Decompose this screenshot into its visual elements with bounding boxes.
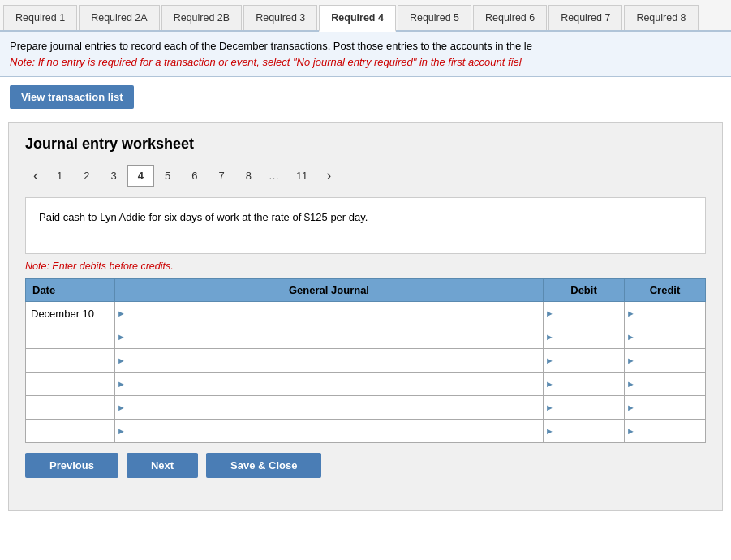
save-close-button[interactable]: Save & Close — [206, 453, 321, 478]
date-cell-1: December 10 — [26, 302, 115, 325]
transaction-description: Paid cash to Lyn Addie for six days of w… — [25, 197, 706, 254]
journal-cell-1[interactable]: ► — [115, 302, 544, 325]
instruction-text: Prepare journal entries to record each o… — [10, 40, 532, 52]
tab-required-1[interactable]: Required 1 — [3, 5, 77, 30]
tab-required-3[interactable]: Required 3 — [243, 5, 317, 30]
journal-table: Date General Journal Debit Credit Decemb… — [25, 278, 706, 443]
page-next-button[interactable]: › — [318, 164, 339, 187]
journal-input-1[interactable] — [115, 302, 543, 325]
debit-cell-4[interactable]: ► — [544, 373, 625, 396]
credit-input-6[interactable] — [625, 420, 705, 442]
page-5[interactable]: 5 — [154, 165, 181, 187]
debit-input-5[interactable] — [544, 396, 624, 419]
debit-input-3[interactable] — [544, 349, 624, 372]
debit-cell-2[interactable]: ► — [544, 325, 625, 349]
credit-cell-3[interactable]: ► — [625, 349, 706, 373]
table-row: ► ► ► — [26, 349, 706, 373]
view-transaction-button[interactable]: View transaction list — [10, 85, 134, 109]
date-cell-5 — [26, 396, 115, 420]
page-1[interactable]: 1 — [46, 165, 73, 187]
credit-input-5[interactable] — [625, 396, 705, 419]
next-button[interactable]: Next — [127, 453, 198, 478]
journal-cell-5[interactable]: ► — [115, 396, 544, 420]
journal-input-2[interactable] — [115, 325, 543, 348]
col-header-date: Date — [26, 279, 115, 302]
journal-input-6[interactable] — [115, 420, 543, 442]
tab-required-5[interactable]: Required 5 — [398, 5, 471, 30]
page-3[interactable]: 3 — [100, 165, 127, 187]
page-ellipsis: … — [262, 166, 286, 186]
bottom-buttons: Previous Next Save & Close — [25, 453, 706, 478]
col-header-journal: General Journal — [115, 279, 544, 302]
worksheet-container: Journal entry worksheet ‹ 1 2 3 4 5 6 7 … — [8, 122, 723, 511]
instruction-note: Note: If no entry is required for a tran… — [10, 56, 522, 68]
journal-cell-2[interactable]: ► — [115, 325, 544, 349]
tab-required-6[interactable]: Required 6 — [473, 5, 547, 30]
table-row: December 10 ► ► ► — [26, 302, 706, 325]
page-2[interactable]: 2 — [73, 165, 100, 187]
debit-cell-5[interactable]: ► — [544, 396, 625, 420]
date-cell-3 — [26, 349, 115, 373]
journal-input-4[interactable] — [115, 373, 543, 395]
page-11[interactable]: 11 — [286, 165, 318, 187]
debit-input-2[interactable] — [544, 325, 624, 348]
pagination: ‹ 1 2 3 4 5 6 7 8 … 11 › — [25, 164, 706, 187]
journal-input-5[interactable] — [115, 396, 543, 419]
debit-input-6[interactable] — [544, 420, 624, 442]
date-cell-6 — [26, 420, 115, 443]
credit-cell-2[interactable]: ► — [625, 325, 706, 349]
tab-required-2b[interactable]: Required 2B — [161, 5, 243, 30]
page-8[interactable]: 8 — [235, 165, 262, 187]
tab-required-4[interactable]: Required 4 — [319, 5, 396, 32]
entry-note: Note: Enter debits before credits. — [25, 261, 706, 272]
page-4[interactable]: 4 — [127, 165, 154, 187]
page-7[interactable]: 7 — [208, 165, 234, 187]
credit-cell-1[interactable]: ► — [625, 302, 706, 325]
tab-required-7[interactable]: Required 7 — [548, 5, 622, 30]
page-prev-button[interactable]: ‹ — [25, 164, 46, 187]
table-row: ► ► ► — [26, 396, 706, 420]
instruction-bar: Prepare journal entries to record each o… — [0, 32, 731, 77]
table-row: ► ► ► — [26, 325, 706, 349]
table-row: ► ► ► — [26, 373, 706, 396]
date-cell-2 — [26, 325, 115, 349]
tab-required-8[interactable]: Required 8 — [624, 5, 698, 30]
col-header-debit: Debit — [544, 279, 625, 302]
debit-cell-3[interactable]: ► — [544, 349, 625, 373]
debit-input-1[interactable] — [544, 302, 624, 325]
journal-input-3[interactable] — [115, 349, 543, 372]
col-header-credit: Credit — [625, 279, 706, 302]
worksheet-title: Journal entry worksheet — [25, 136, 706, 153]
table-row: ► ► ► — [26, 420, 706, 443]
date-cell-4 — [26, 373, 115, 396]
page-6[interactable]: 6 — [181, 165, 208, 187]
credit-cell-4[interactable]: ► — [625, 373, 706, 396]
credit-input-2[interactable] — [625, 325, 705, 348]
debit-input-4[interactable] — [544, 373, 624, 395]
credit-cell-6[interactable]: ► — [625, 420, 706, 443]
tab-bar: Required 1 Required 2A Required 2B Requi… — [0, 0, 731, 32]
debit-cell-1[interactable]: ► — [544, 302, 625, 325]
journal-cell-4[interactable]: ► — [115, 373, 544, 396]
tab-required-2a[interactable]: Required 2A — [79, 5, 160, 30]
credit-input-1[interactable] — [625, 302, 705, 325]
journal-cell-3[interactable]: ► — [115, 349, 544, 373]
credit-input-4[interactable] — [625, 373, 705, 395]
previous-button[interactable]: Previous — [25, 453, 118, 478]
credit-cell-5[interactable]: ► — [625, 396, 706, 420]
credit-input-3[interactable] — [625, 349, 705, 372]
journal-cell-6[interactable]: ► — [115, 420, 544, 443]
debit-cell-6[interactable]: ► — [544, 420, 625, 443]
